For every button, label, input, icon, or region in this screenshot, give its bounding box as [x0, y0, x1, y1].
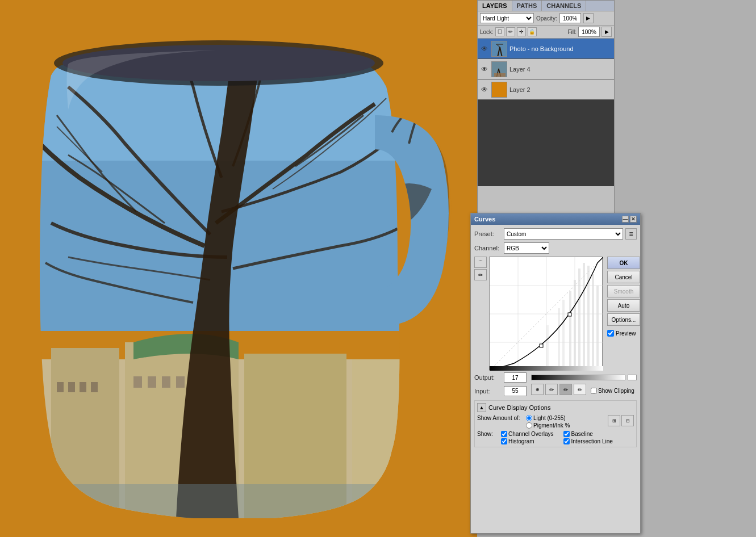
curves-channel-row: Channel: RGB	[474, 242, 637, 254]
intersection-option: Intersection Line	[563, 438, 612, 444]
output-gradient-bar	[531, 375, 625, 380]
svg-rect-42	[490, 366, 603, 371]
svg-rect-13	[162, 376, 170, 388]
light-radio-option: Light (0-255)	[526, 415, 570, 421]
input-value[interactable]	[504, 386, 527, 396]
show-clipping-option: Show Clipping	[591, 388, 634, 394]
baseline-checkbox[interactable]	[563, 431, 570, 437]
histogram-label: Histogram	[508, 438, 534, 444]
preview-checkbox[interactable]	[607, 330, 614, 337]
light-radio[interactable]	[526, 415, 532, 421]
svg-rect-7	[57, 382, 64, 392]
output-row: Output:	[474, 372, 637, 383]
curves-minimize-btn[interactable]: —	[622, 216, 629, 223]
opacity-input[interactable]	[559, 13, 581, 23]
layer-thumb-layer2	[491, 82, 507, 98]
output-value[interactable]	[504, 372, 527, 383]
svg-rect-30	[569, 291, 571, 371]
layers-list: 👁 Photo - no Background 👁 Layer 4	[478, 39, 614, 186]
curves-graph[interactable]	[489, 257, 603, 370]
layer-row-photo[interactable]: 👁 Photo - no Background	[478, 39, 614, 59]
svg-rect-38	[562, 300, 565, 371]
layer-row-layer4[interactable]: 👁 Layer 4	[478, 59, 614, 79]
opacity-label: Opacity:	[536, 15, 557, 22]
svg-rect-9	[80, 382, 86, 392]
channel-overlays-checkbox[interactable]	[501, 431, 507, 437]
auto-button[interactable]: Auto	[607, 299, 640, 312]
output-label: Output:	[474, 374, 502, 381]
intersection-checkbox[interactable]	[563, 438, 570, 444]
layer-eye-layer4[interactable]: 👁	[480, 65, 489, 74]
pencil-tool-btn[interactable]: ✏	[474, 269, 487, 280]
svg-rect-10	[91, 382, 98, 392]
fill-label: Fill:	[567, 29, 577, 35]
lock-transform-btn[interactable]: ✛	[517, 27, 526, 36]
lock-pixel-btn[interactable]: ☐	[495, 27, 504, 36]
sample-tool-btn[interactable]: ⊕	[531, 384, 544, 395]
black-point-btn[interactable]: ✏	[545, 384, 558, 395]
blend-mode-select[interactable]: Hard Light	[480, 13, 534, 23]
fill-arrow[interactable]: ▶	[602, 27, 612, 37]
layer-name-layer4: Layer 4	[509, 66, 612, 73]
svg-rect-37	[558, 308, 560, 371]
layer-thumb-photo	[491, 41, 507, 57]
curve-display-section: ▲ Curve Display Options Show Amount of: …	[474, 400, 637, 447]
curve-display-toggle[interactable]: ▲	[477, 403, 486, 412]
tab-paths[interactable]: PATHS	[512, 1, 542, 11]
opacity-arrow[interactable]: ▶	[583, 13, 594, 23]
show-label: Show:	[477, 431, 498, 437]
smooth-button[interactable]: Smooth	[607, 285, 640, 297]
channel-overlays-label: Channel Overlays	[508, 431, 553, 437]
lock-all-btn[interactable]: 🔒	[528, 27, 537, 36]
channel-label: Channel:	[474, 245, 502, 251]
svg-rect-8	[68, 382, 75, 392]
intersection-label: Intersection Line	[571, 438, 612, 444]
output-slider-handle[interactable]	[628, 375, 637, 380]
layers-tabs: LAYERS PATHS CHANNELS	[478, 1, 614, 11]
curves-title: Curves	[474, 216, 495, 223]
options-button[interactable]: Options...	[607, 313, 640, 326]
svg-rect-33	[583, 263, 585, 371]
layers-controls: Hard Light Opacity: ▶	[478, 11, 614, 26]
svg-rect-22	[492, 82, 507, 98]
histogram-checkbox[interactable]	[501, 438, 507, 444]
preset-menu-btn[interactable]: ≡	[625, 228, 637, 240]
ok-button[interactable]: OK	[607, 257, 640, 269]
show-clipping-checkbox[interactable]	[591, 388, 597, 394]
graph-tools: ⌒ ✏	[474, 257, 487, 280]
preview-row: Preview	[607, 330, 640, 337]
white-point-btn[interactable]: ✏	[574, 384, 586, 395]
preset-select[interactable]: Custom	[504, 228, 623, 240]
gray-point-btn[interactable]: ✏	[559, 384, 572, 395]
show-clipping-label: Show Clipping	[598, 388, 634, 394]
tab-channels[interactable]: CHANNELS	[542, 1, 586, 11]
curves-title-bar: Curves — ✕	[471, 213, 640, 225]
svg-rect-21	[494, 73, 506, 77]
layer-eye-photo[interactable]: 👁	[480, 44, 489, 53]
layer-row-layer2[interactable]: 👁 Layer 2	[478, 79, 614, 100]
pigment-radio[interactable]	[526, 422, 532, 429]
tab-layers[interactable]: LAYERS	[478, 1, 512, 11]
lock-move-btn[interactable]: ✏	[506, 27, 515, 36]
layer-eye-layer2[interactable]: 👁	[480, 85, 489, 94]
show-amount-label: Show Amount of:	[477, 415, 523, 421]
preset-label: Preset:	[474, 230, 502, 237]
show-row: Show: Channel Overlays Histogram Baselin…	[477, 431, 634, 444]
input-row: Input: ⊕ ✏ ✏ ✏ Show Clipping	[474, 384, 637, 398]
show-amount-row: Show Amount of: Light (0-255) Pigment/In…	[477, 415, 634, 429]
grid-4-btn[interactable]: ⊞	[608, 415, 620, 426]
svg-rect-32	[578, 268, 580, 371]
cancel-button[interactable]: Cancel	[607, 271, 640, 283]
curves-close-btn[interactable]: ✕	[630, 216, 637, 223]
svg-rect-39	[546, 325, 549, 371]
baseline-option: Baseline	[563, 431, 612, 437]
fill-input[interactable]	[578, 27, 600, 37]
svg-rect-40	[540, 344, 543, 347]
grid-10-btn[interactable]: ⊟	[621, 415, 634, 426]
channel-overlays-option: Channel Overlays	[501, 431, 553, 437]
baseline-label: Baseline	[571, 431, 592, 437]
channel-select[interactable]: RGB	[504, 242, 549, 254]
lock-label: Lock:	[480, 29, 494, 35]
curves-right-buttons: OK Cancel Smooth Auto Options... Preview	[605, 257, 640, 337]
curve-tool-btn[interactable]: ⌒	[474, 257, 487, 268]
